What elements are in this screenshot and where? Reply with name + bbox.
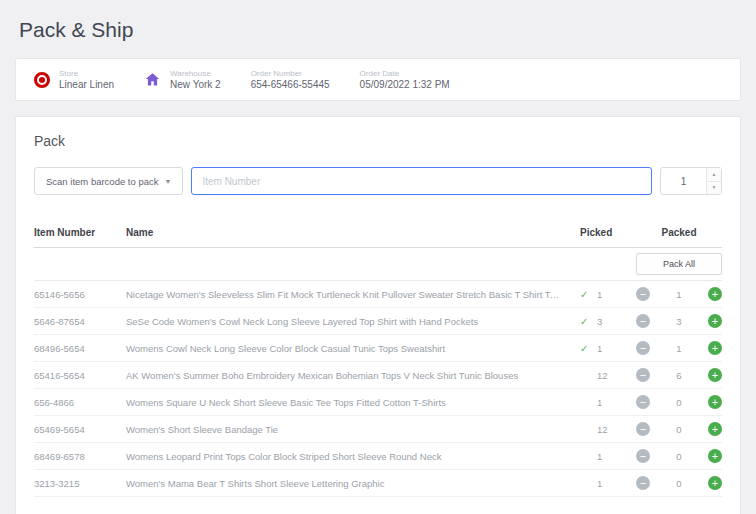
store-target-icon — [34, 72, 50, 88]
item-name-cell: AK Women's Summer Boho Embroidery Mexica… — [126, 370, 574, 381]
table-row: 65146-5656 Nicetage Women's Sleeveless S… — [34, 281, 722, 308]
table-header-row: Item Number Name Picked Packed — [34, 219, 722, 248]
pack-card: Pack Scan item barcode to pack ▼ ▲ ▼ Ite… — [15, 116, 741, 514]
decrement-packed-button[interactable]: − — [636, 395, 650, 409]
picked-count: 12 — [597, 370, 608, 381]
picked-check-icon: ✓ — [580, 289, 592, 300]
item-name-cell: Nicetage Women's Sleeveless Slim Fit Moc… — [126, 289, 574, 300]
packed-count: 0 — [676, 451, 681, 462]
picked-count: 1 — [597, 343, 602, 354]
increment-packed-button[interactable]: + — [708, 287, 722, 301]
page-title: Pack & Ship — [19, 18, 741, 42]
header-packed: Packed — [636, 227, 722, 238]
increment-packed-button[interactable]: + — [708, 449, 722, 463]
item-name-cell: Womens Leopard Print Tops Color Block St… — [126, 451, 574, 462]
quantity-stepper: ▲ ▼ — [660, 167, 722, 195]
item-number-cell: 65146-5656 — [34, 289, 126, 300]
picked-count: 3 — [597, 316, 602, 327]
order-number-value: 654-65466-55445 — [251, 79, 330, 90]
packed-cell: − 1 + — [636, 341, 722, 355]
store-label: Store — [59, 69, 114, 78]
decrement-packed-button[interactable]: − — [636, 287, 650, 301]
item-number-cell: 68469-6578 — [34, 451, 126, 462]
packed-cell: − 0 + — [636, 422, 722, 436]
increment-packed-button[interactable]: + — [708, 395, 722, 409]
packed-count: 6 — [676, 370, 681, 381]
item-name-cell: SeSe Code Women's Cowl Neck Long Sleeve … — [126, 316, 574, 327]
picked-cell: ✓ 1 — [574, 397, 636, 408]
packed-cell: − 3 + — [636, 314, 722, 328]
pack-heading: Pack — [34, 133, 722, 149]
picked-cell: ✓ 1 — [574, 343, 636, 354]
picked-check-icon: ✓ — [580, 316, 592, 327]
picked-check-icon: ✓ — [580, 343, 592, 354]
table-row: 68469-6578 Womens Leopard Print Tops Col… — [34, 443, 722, 470]
item-number-cell: 3213-3215 — [34, 478, 126, 489]
picked-cell: ✓ 1 — [574, 478, 636, 489]
item-name-cell: Women's Mama Bear T Shirts Short Sleeve … — [126, 478, 574, 489]
order-date-label: Order Date — [360, 69, 450, 78]
decrement-packed-button[interactable]: − — [636, 368, 650, 382]
picked-count: 1 — [597, 451, 602, 462]
picked-count: 1 — [597, 289, 602, 300]
picked-cell: ✓ 1 — [574, 289, 636, 300]
item-number-cell: 65469-5654 — [34, 424, 126, 435]
decrement-packed-button[interactable]: − — [636, 341, 650, 355]
table-row: 5646-87654 SeSe Code Women's Cowl Neck L… — [34, 308, 722, 335]
quantity-input[interactable] — [661, 168, 706, 194]
packed-count: 1 — [676, 343, 681, 354]
pack-and-ship-page: Pack & Ship Store Linear Linen Warehouse… — [0, 0, 756, 514]
order-info-bar: Store Linear Linen Warehouse New York 2 … — [15, 58, 741, 101]
packed-cell: − 0 + — [636, 449, 722, 463]
packed-count: 1 — [676, 289, 681, 300]
chevron-down-icon: ▼ — [164, 178, 171, 185]
picked-cell: ✓ 1 — [574, 451, 636, 462]
packed-cell: − 1 + — [636, 287, 722, 301]
scan-mode-dropdown[interactable]: Scan item barcode to pack ▼ — [34, 167, 183, 195]
warehouse-home-icon — [144, 71, 161, 88]
order-number-label: Order Number — [251, 69, 330, 78]
increment-packed-button[interactable]: + — [708, 422, 722, 436]
item-name-cell: Womens Square U Neck Short Sleeve Basic … — [126, 397, 574, 408]
table-row: 656-4866 Womens Square U Neck Short Slee… — [34, 389, 722, 416]
header-item-number: Item Number — [34, 227, 126, 238]
packed-count: 0 — [676, 424, 681, 435]
decrement-packed-button[interactable]: − — [636, 314, 650, 328]
store-info: Store Linear Linen — [34, 69, 114, 90]
quantity-decrement-button[interactable]: ▼ — [707, 182, 721, 195]
pack-all-button[interactable]: Pack All — [636, 253, 722, 275]
picked-count: 1 — [597, 397, 602, 408]
item-name-cell: Women's Short Sleeve Bandage Tie — [126, 424, 574, 435]
decrement-packed-button[interactable]: − — [636, 449, 650, 463]
warehouse-value: New York 2 — [170, 79, 221, 90]
pack-all-row: Pack All — [34, 248, 722, 281]
picked-count: 1 — [597, 478, 602, 489]
item-number-cell: 656-4866 — [34, 397, 126, 408]
increment-packed-button[interactable]: + — [708, 368, 722, 382]
increment-packed-button[interactable]: + — [708, 314, 722, 328]
item-number-input[interactable] — [191, 167, 652, 195]
picked-count: 12 — [597, 424, 608, 435]
warehouse-info: Warehouse New York 2 — [144, 69, 221, 90]
quantity-increment-button[interactable]: ▲ — [707, 168, 721, 182]
picked-cell: ✓ 3 — [574, 316, 636, 327]
header-name: Name — [126, 227, 574, 238]
quantity-stepper-arrows: ▲ ▼ — [706, 168, 721, 194]
increment-packed-button[interactable]: + — [708, 341, 722, 355]
table-row: 3213-3215 Women's Mama Bear T Shirts Sho… — [34, 470, 722, 497]
picked-cell: ✓ 12 — [574, 424, 636, 435]
warehouse-label: Warehouse — [170, 69, 221, 78]
packed-cell: − 6 + — [636, 368, 722, 382]
packed-count: 3 — [676, 316, 681, 327]
table-row: 65416-5654 AK Women's Summer Boho Embroi… — [34, 362, 722, 389]
order-date-value: 05/09/2022 1:32 PM — [360, 79, 450, 90]
decrement-packed-button[interactable]: − — [636, 422, 650, 436]
scan-mode-dropdown-label: Scan item barcode to pack — [46, 176, 158, 187]
packed-count: 0 — [676, 397, 681, 408]
table-row: 68496-5654 Womens Cowl Neck Long Sleeve … — [34, 335, 722, 362]
decrement-packed-button[interactable]: − — [636, 476, 650, 490]
packed-cell: − 0 + — [636, 476, 722, 490]
order-date-info: Order Date 05/09/2022 1:32 PM — [360, 69, 450, 90]
increment-packed-button[interactable]: + — [708, 476, 722, 490]
item-number-cell: 68496-5654 — [34, 343, 126, 354]
